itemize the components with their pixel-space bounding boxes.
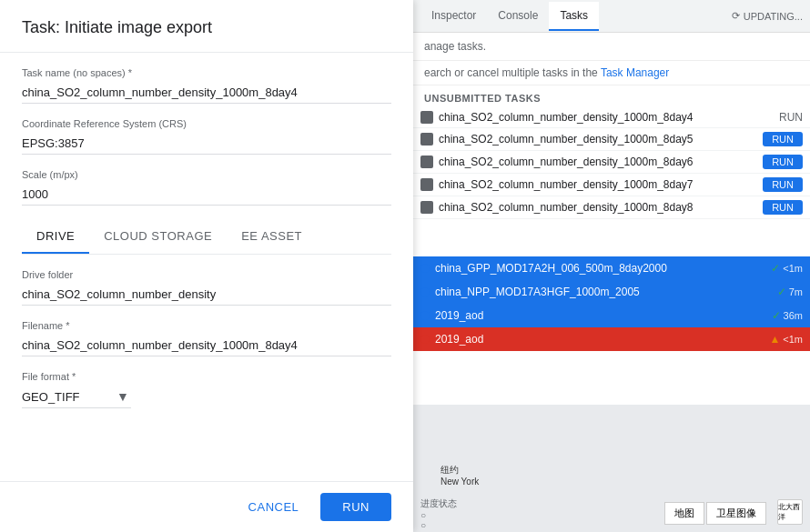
task-icon xyxy=(420,133,433,146)
drive-folder-label: Drive folder xyxy=(22,269,391,280)
task-icon xyxy=(420,156,433,168)
submitted-task-time: ✓ <1m xyxy=(771,262,803,275)
check-icon: ✓ xyxy=(771,262,780,275)
task-row: china_SO2_column_number_density_1000m_8d… xyxy=(413,151,810,174)
run-button[interactable]: RUN xyxy=(763,177,803,192)
task-row: china_SO2_column_number_density_1000m_8d… xyxy=(413,174,810,196)
right-content: anage tasks. earch or cancel multiple ta… xyxy=(413,33,810,532)
task-name-label: Task name (no spaces) * xyxy=(22,67,391,78)
check-icon: ✓ xyxy=(772,309,781,322)
dialog-footer: CANCEL RUN xyxy=(0,481,413,532)
run-button[interactable]: RUN xyxy=(763,155,803,169)
submitted-row: 2019_aod ▲ <1m xyxy=(413,327,810,351)
task-name-group: Task name (no spaces) * xyxy=(22,67,391,104)
task-name: china_SO2_column_number_density_1000m_8d… xyxy=(439,156,757,168)
drive-folder-group: Drive folder xyxy=(22,269,391,306)
scale-label: Scale (m/px) xyxy=(22,169,391,180)
unsubmitted-task-list: china_SO2_column_number_density_1000m_8d… xyxy=(413,107,810,256)
submitted-task-time: ✓ 36m xyxy=(772,309,803,322)
submitted-task-time: ▲ <1m xyxy=(769,333,803,346)
map-area: 进度状态○○ 纽约New York 地图 卫星图像 北大西洋 xyxy=(413,405,810,532)
task-dot-icon xyxy=(420,311,430,320)
submitted-task-time: ✓ 7m xyxy=(777,286,803,298)
submitted-row: china_NPP_MOD17A3HGF_1000m_2005 ✓ 7m xyxy=(413,280,810,304)
check-icon: ✓ xyxy=(777,286,786,298)
manage-text: anage tasks. xyxy=(413,33,810,61)
task-icon xyxy=(420,178,433,191)
scale-group: Scale (m/px) xyxy=(22,169,391,206)
task-name: china_SO2_column_number_density_1000m_8d… xyxy=(439,178,757,191)
drive-folder-input[interactable] xyxy=(22,284,391,306)
dialog-overlay: Task: Initiate image export Task name (n… xyxy=(0,0,413,532)
submitted-task-list: china_GPP_MOD17A2H_006_500m_8day2000 ✓ <… xyxy=(413,256,810,406)
file-format-label: File format * xyxy=(22,371,391,382)
dialog-title: Task: Initiate image export xyxy=(0,0,413,53)
crs-group: Coordinate Reference System (CRS) xyxy=(22,118,391,155)
warn-icon: ▲ xyxy=(769,333,780,346)
task-dot-icon xyxy=(420,264,430,273)
task-icon xyxy=(420,111,433,124)
tabs-bar: Inspector Console Tasks ⟳ UPDATING... xyxy=(413,0,810,33)
cancel-button[interactable]: CANCEL xyxy=(234,493,314,521)
crs-input[interactable] xyxy=(22,133,391,155)
updating-badge: ⟳ UPDATING... xyxy=(732,10,803,22)
submitted-row: 2019_aod ✓ 36m xyxy=(413,304,810,327)
map-toggle-map[interactable]: 地图 xyxy=(664,502,704,525)
tab-inspector[interactable]: Inspector xyxy=(420,2,487,31)
task-name: china_SO2_column_number_density_1000m_8d… xyxy=(439,133,757,146)
task-icon xyxy=(420,201,433,214)
tab-cloud-storage[interactable]: CLOUD STORAGE xyxy=(89,220,227,254)
file-format-group: File format * GEO_TIFF TF_RECORD NPY ▼ xyxy=(22,371,391,408)
filename-label: Filename * xyxy=(22,320,391,331)
task-dot-icon xyxy=(420,287,430,296)
search-text: earch or cancel multiple tasks in the Ta… xyxy=(413,61,810,85)
compass-label: 北大西洋 xyxy=(778,502,802,522)
filename-group: Filename * xyxy=(22,320,391,356)
submitted-task-name: 2019_aod xyxy=(435,333,764,346)
tab-drive[interactable]: DRIVE xyxy=(22,220,89,254)
task-dot-icon xyxy=(420,335,430,344)
task-row: china_SO2_column_number_density_1000m_8d… xyxy=(413,128,810,151)
task-name: china_SO2_column_number_density_1000m_8d… xyxy=(439,201,757,214)
map-info: 进度状态○○ xyxy=(413,496,464,532)
run-button[interactable]: RUN xyxy=(763,132,803,146)
submitted-task-name: china_GPP_MOD17A2H_006_500m_8day2000 xyxy=(435,262,765,275)
task-manager-link[interactable]: Task Manager xyxy=(601,66,669,79)
task-name-input[interactable] xyxy=(22,82,391,104)
task-row: china_SO2_column_number_density_1000m_8d… xyxy=(413,107,810,128)
scale-input[interactable] xyxy=(22,184,391,206)
export-tab-group: DRIVE CLOUD STORAGE EE ASSET xyxy=(22,220,391,255)
chevron-down-icon: ▼ xyxy=(116,389,129,404)
file-format-select[interactable]: GEO_TIFF TF_RECORD NPY xyxy=(22,390,113,404)
task-name: china_SO2_column_number_density_1000m_8d… xyxy=(439,111,774,124)
tab-tasks[interactable]: Tasks xyxy=(549,2,599,31)
filename-input[interactable] xyxy=(22,335,391,356)
task-row: china_SO2_column_number_density_1000m_8d… xyxy=(413,196,810,219)
dialog-body: Task name (no spaces) * Coordinate Refer… xyxy=(0,53,413,481)
run-text: RUN xyxy=(779,111,803,124)
file-format-select-wrapper: GEO_TIFF TF_RECORD NPY ▼ xyxy=(22,386,131,408)
submitted-row: china_GPP_MOD17A2H_006_500m_8day2000 ✓ <… xyxy=(413,256,810,280)
submitted-task-name: china_NPP_MOD17A3HGF_1000m_2005 xyxy=(435,286,772,298)
submitted-task-name: 2019_aod xyxy=(435,309,766,322)
unsubmitted-header: UNSUBMITTED TASKS xyxy=(413,85,810,107)
crs-label: Coordinate Reference System (CRS) xyxy=(22,118,391,129)
map-toggle: 地图 卫星图像 xyxy=(664,502,766,525)
map-toggle-satellite[interactable]: 卫星图像 xyxy=(706,502,766,525)
map-city: 纽约New York xyxy=(440,464,479,487)
dialog: Task: Initiate image export Task name (n… xyxy=(0,0,413,532)
tab-console[interactable]: Console xyxy=(487,2,549,31)
run-button[interactable]: RUN xyxy=(320,493,391,521)
tab-ee-asset[interactable]: EE ASSET xyxy=(227,220,317,254)
compass: 北大西洋 xyxy=(777,499,803,525)
run-button[interactable]: RUN xyxy=(763,200,803,215)
right-panel: Inspector Console Tasks ⟳ UPDATING... an… xyxy=(413,0,810,532)
